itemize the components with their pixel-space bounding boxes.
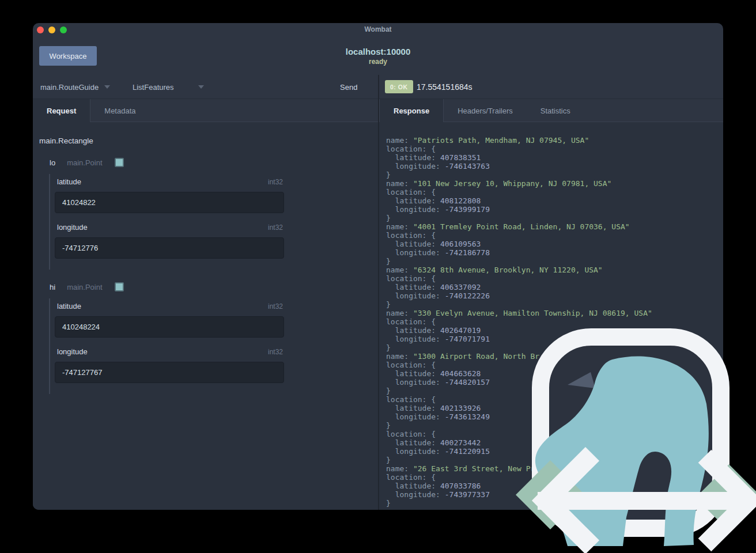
field-label: latitude <box>57 302 81 310</box>
field-group-header-lo: lo main.Point <box>50 158 378 167</box>
request-panel: main.Rectangle lo main.Point latitude in… <box>33 122 378 510</box>
status-badge: 0: OK <box>385 80 413 93</box>
service-select-label: main.RouteGuide <box>40 83 99 92</box>
send-button[interactable]: Send <box>340 75 357 99</box>
duration-text: 17.554151684s <box>417 75 472 99</box>
tab-headers-trailers[interactable]: Headers/Trailers <box>444 99 527 122</box>
hi-checkbox[interactable] <box>115 282 124 291</box>
lo-longitude-input[interactable] <box>55 237 284 259</box>
field-label: latitude <box>57 177 81 186</box>
tab-request[interactable]: Request <box>33 99 90 123</box>
field-type: main.Point <box>67 283 102 291</box>
field-name: lo <box>50 158 55 167</box>
hi-latitude-input[interactable] <box>55 316 284 338</box>
field-type-hint: int32 <box>268 348 283 356</box>
lo-checkbox[interactable] <box>115 158 124 167</box>
field-label: longitude <box>57 347 88 356</box>
chevron-down-icon <box>198 85 204 89</box>
titlebar: Wombat <box>33 23 723 37</box>
request-tabs: Request Metadata <box>33 99 378 122</box>
field-group-lo: latitude int32 longitude int32 <box>49 174 283 270</box>
field-group-hi: latitude int32 longitude int32 <box>49 298 283 394</box>
connection-status: ready <box>33 58 723 66</box>
service-select[interactable]: main.RouteGuide <box>40 75 110 99</box>
field-name: hi <box>50 283 55 291</box>
field-group-header-hi: hi main.Point <box>50 282 378 291</box>
hi-longitude-input[interactable] <box>55 362 284 383</box>
tab-metadata[interactable]: Metadata <box>90 99 149 122</box>
tab-response[interactable]: Response <box>379 99 444 123</box>
tab-statistics[interactable]: Statistics <box>527 99 584 122</box>
panel-divider <box>378 75 379 510</box>
field-label: longitude <box>57 223 88 232</box>
field-type-hint: int32 <box>268 178 283 186</box>
field-type: main.Point <box>67 158 102 167</box>
host-address: localhost:10000 <box>33 47 723 56</box>
field-type-hint: int32 <box>268 224 283 232</box>
field-type-hint: int32 <box>268 302 283 310</box>
window-title: Wombat <box>33 25 723 33</box>
message-type-label: main.Rectangle <box>39 137 378 145</box>
wombat-logo-icon <box>515 326 756 553</box>
response-tabs: Response Headers/Trailers Statistics <box>379 99 723 122</box>
method-select-label: ListFeatures <box>133 83 174 92</box>
lo-latitude-input[interactable] <box>55 192 284 213</box>
method-select[interactable]: ListFeatures <box>133 75 204 99</box>
chevron-down-icon <box>104 85 110 89</box>
